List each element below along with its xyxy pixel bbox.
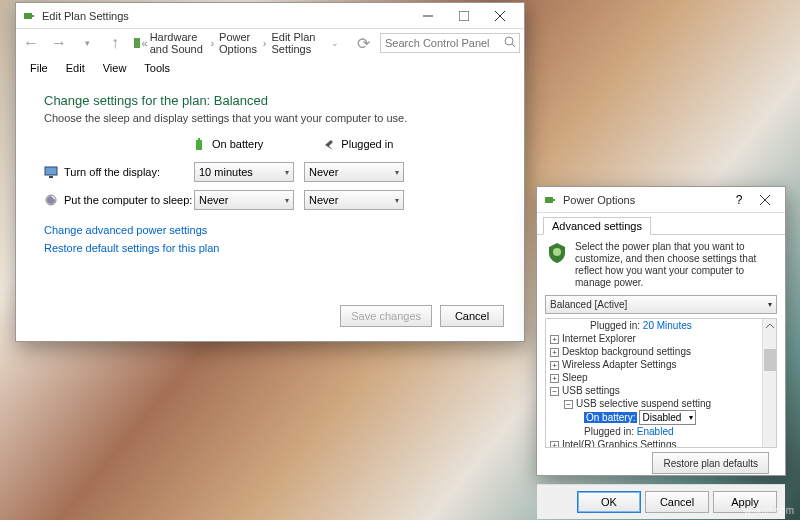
scrollbar[interactable] bbox=[762, 319, 776, 447]
window-title: Power Options bbox=[563, 194, 727, 206]
close-button[interactable] bbox=[482, 3, 518, 29]
link-advanced[interactable]: Change advanced power settings bbox=[44, 224, 496, 236]
menubar: File Edit View Tools bbox=[16, 57, 524, 79]
restore-defaults-button[interactable]: Restore plan defaults bbox=[652, 452, 769, 474]
svg-rect-15 bbox=[553, 199, 555, 201]
menu-file[interactable]: File bbox=[22, 59, 56, 77]
battery-icon bbox=[194, 138, 208, 152]
svg-rect-11 bbox=[45, 167, 57, 175]
plan-select[interactable]: Balanced [Active]▾ bbox=[545, 295, 777, 314]
sleep-plugged-select[interactable]: Never▾ bbox=[304, 190, 404, 210]
back-button[interactable]: ← bbox=[20, 32, 42, 54]
svg-line-8 bbox=[512, 44, 515, 47]
expand-icon[interactable]: + bbox=[550, 348, 559, 357]
page-subtext: Choose the sleep and display settings th… bbox=[44, 112, 496, 124]
tree-sleep[interactable]: Sleep bbox=[562, 372, 588, 383]
ok-button[interactable]: OK bbox=[577, 491, 641, 513]
tree-ie[interactable]: Internet Explorer bbox=[562, 333, 636, 344]
breadcrumb[interactable]: « Hardware and Sound› Power Options› Edi… bbox=[132, 31, 318, 55]
recent-button[interactable]: ▾ bbox=[76, 32, 98, 54]
tabstrip: Advanced settings bbox=[537, 213, 785, 235]
titlebar[interactable]: Edit Plan Settings bbox=[16, 3, 524, 29]
scroll-thumb[interactable] bbox=[764, 349, 776, 371]
tree-onbattery-label[interactable]: On battery: bbox=[584, 412, 637, 423]
svg-point-18 bbox=[553, 248, 561, 256]
close-button[interactable] bbox=[751, 187, 779, 213]
collapse-icon[interactable]: − bbox=[564, 400, 573, 409]
menu-tools[interactable]: Tools bbox=[136, 59, 178, 77]
search-icon bbox=[504, 36, 516, 48]
collapse-icon[interactable]: − bbox=[550, 387, 559, 396]
menu-edit[interactable]: Edit bbox=[58, 59, 93, 77]
up-button[interactable]: ↑ bbox=[104, 32, 126, 54]
sleep-icon bbox=[44, 193, 58, 207]
plug-icon bbox=[323, 138, 337, 152]
scroll-up-icon[interactable] bbox=[763, 319, 777, 333]
nav-toolbar: ← → ▾ ↑ « Hardware and Sound› Power Opti… bbox=[16, 29, 524, 57]
cancel-button[interactable]: Cancel bbox=[440, 305, 504, 327]
svg-rect-0 bbox=[24, 13, 32, 19]
tree-intel[interactable]: Intel(R) Graphics Settings bbox=[562, 439, 677, 448]
tree-wifi[interactable]: Wireless Adapter Settings bbox=[562, 359, 677, 370]
content-pane: Change settings for the plan: Balanced C… bbox=[16, 79, 524, 268]
power-plan-icon bbox=[545, 241, 569, 265]
window-title: Edit Plan Settings bbox=[42, 10, 410, 22]
tree-plugged-value[interactable]: 20 Minutes bbox=[643, 320, 692, 331]
expand-icon[interactable]: + bbox=[550, 361, 559, 370]
tree-pluggedin-value[interactable]: Enabled bbox=[637, 426, 674, 437]
tree-desktop[interactable]: Desktop background settings bbox=[562, 346, 691, 357]
svg-rect-10 bbox=[198, 138, 200, 140]
col-on-battery: On battery bbox=[194, 138, 263, 152]
watermark: wsxdn.com bbox=[744, 505, 794, 516]
maximize-button[interactable] bbox=[446, 3, 482, 29]
settings-tree[interactable]: Plugged in: 20 Minutes +Internet Explore… bbox=[545, 318, 777, 448]
save-button: Save changes bbox=[340, 305, 432, 327]
expand-icon[interactable]: + bbox=[550, 335, 559, 344]
power-options-window: Power Options ? Advanced settings Select… bbox=[536, 186, 786, 476]
svg-rect-9 bbox=[196, 140, 202, 150]
refresh-button[interactable]: ⟳ bbox=[352, 32, 374, 54]
titlebar[interactable]: Power Options ? bbox=[537, 187, 785, 213]
dropdown-button[interactable]: ⌄ bbox=[324, 32, 346, 54]
sleep-battery-select[interactable]: Never▾ bbox=[194, 190, 294, 210]
control-panel-icon bbox=[132, 36, 140, 50]
tree-usb[interactable]: USB settings bbox=[562, 385, 620, 396]
svg-point-7 bbox=[505, 37, 513, 45]
tree-usb-suspend[interactable]: USB selective suspend setting bbox=[576, 398, 711, 409]
search-input[interactable] bbox=[380, 33, 520, 53]
edit-plan-settings-window: Edit Plan Settings ← → ▾ ↑ « Hardware an… bbox=[15, 2, 525, 342]
forward-button[interactable]: → bbox=[48, 32, 70, 54]
row-display-label: Turn off the display: bbox=[64, 166, 160, 178]
cancel-button[interactable]: Cancel bbox=[645, 491, 709, 513]
expand-icon[interactable]: + bbox=[550, 441, 559, 448]
display-icon bbox=[44, 165, 58, 179]
svg-rect-14 bbox=[545, 197, 553, 203]
display-battery-select[interactable]: 10 minutes▾ bbox=[194, 162, 294, 182]
svg-rect-3 bbox=[459, 11, 469, 21]
page-heading: Change settings for the plan: Balanced bbox=[44, 93, 496, 108]
description: Select the power plan that you want to c… bbox=[575, 241, 777, 289]
svg-rect-12 bbox=[49, 176, 53, 178]
svg-rect-1 bbox=[32, 15, 34, 17]
display-plugged-select[interactable]: Never▾ bbox=[304, 162, 404, 182]
battery-icon bbox=[22, 9, 36, 23]
svg-rect-6 bbox=[134, 38, 140, 48]
row-sleep-label: Put the computer to sleep: bbox=[64, 194, 192, 206]
minimize-button[interactable] bbox=[410, 3, 446, 29]
help-button[interactable]: ? bbox=[727, 193, 751, 207]
power-icon bbox=[543, 193, 557, 207]
menu-view[interactable]: View bbox=[95, 59, 135, 77]
col-plugged-in: Plugged in bbox=[323, 138, 393, 152]
tab-advanced[interactable]: Advanced settings bbox=[543, 217, 651, 235]
link-restore[interactable]: Restore default settings for this plan bbox=[44, 242, 496, 254]
onbattery-dropdown[interactable]: Disabled▾ bbox=[639, 410, 696, 425]
expand-icon[interactable]: + bbox=[550, 374, 559, 383]
